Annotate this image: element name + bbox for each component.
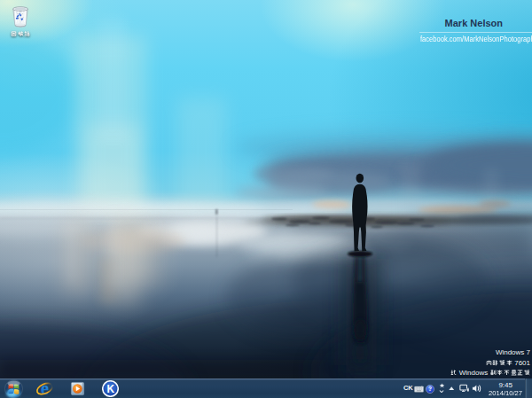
- svg-text:?: ?: [427, 386, 431, 392]
